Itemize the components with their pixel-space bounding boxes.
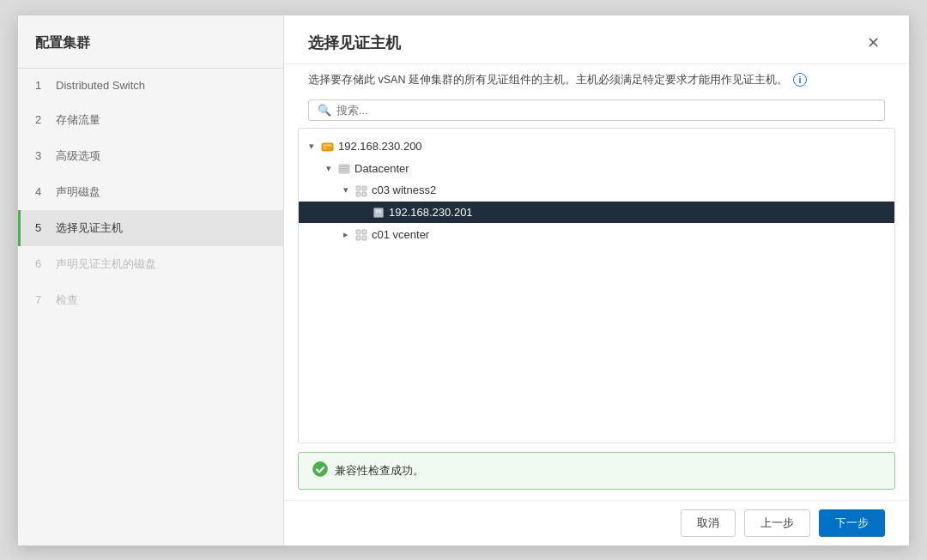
svg-rect-8 bbox=[362, 186, 367, 190]
datacenter-label: Datacenter bbox=[354, 162, 409, 175]
close-button[interactable]: ✕ bbox=[862, 33, 885, 52]
svg-rect-4 bbox=[340, 166, 348, 168]
datacenter-icon bbox=[338, 162, 350, 176]
tree-node-vcenter[interactable]: ▾ 192.168.230.200 bbox=[299, 135, 894, 158]
description-text: 选择要存储此 vSAN 延伸集群的所有见证组件的主机。主机必须满足特定要求才能用… bbox=[308, 73, 788, 87]
success-icon bbox=[312, 461, 328, 480]
search-icon: 🔍 bbox=[318, 104, 331, 117]
svg-rect-0 bbox=[322, 143, 333, 151]
sidebar-item-3[interactable]: 3 高级选项 bbox=[18, 138, 283, 174]
cluster2-label: c01 vcenter bbox=[372, 228, 429, 241]
toggle-cluster2[interactable]: ▸ bbox=[340, 228, 352, 240]
toggle-cluster[interactable]: ▾ bbox=[340, 184, 352, 196]
cluster-label: c03 witness2 bbox=[372, 184, 436, 196]
tree-node-host1[interactable]: ▸ 192.168.230.201 bbox=[299, 202, 894, 224]
svg-rect-1 bbox=[324, 144, 332, 146]
dialog-overlay: 配置集群 1 Distributed Switch 2 存储流量 3 高级选项 … bbox=[0, 0, 927, 560]
search-wrapper: 🔍 bbox=[308, 99, 885, 121]
svg-rect-10 bbox=[362, 192, 367, 196]
search-row: 🔍 bbox=[284, 93, 909, 128]
search-input[interactable] bbox=[336, 104, 876, 117]
back-button[interactable]: 上一步 bbox=[744, 509, 810, 537]
footer: 取消 上一步 下一步 bbox=[284, 500, 909, 545]
info-icon[interactable]: i bbox=[793, 73, 807, 87]
dialog: 配置集群 1 Distributed Switch 2 存储流量 3 高级选项 … bbox=[17, 15, 910, 546]
main-content: 选择见证主机 ✕ 选择要存储此 vSAN 延伸集群的所有见证组件的主机。主机必须… bbox=[284, 15, 909, 545]
server-icon bbox=[321, 140, 334, 154]
svg-point-18 bbox=[313, 461, 328, 476]
svg-rect-17 bbox=[362, 236, 367, 240]
main-header: 选择见证主机 ✕ bbox=[284, 15, 909, 64]
toggle-datacenter[interactable]: ▾ bbox=[323, 162, 335, 174]
main-title: 选择见证主机 bbox=[308, 33, 401, 53]
svg-rect-7 bbox=[356, 186, 360, 190]
sidebar-item-7: 7 检查 bbox=[18, 282, 283, 318]
vcenter-label: 192.168.230.200 bbox=[338, 140, 422, 153]
host1-label: 192.168.230.201 bbox=[389, 206, 473, 219]
description-row: 选择要存储此 vSAN 延伸集群的所有见证组件的主机。主机必须满足特定要求才能用… bbox=[284, 64, 909, 93]
tree-node-cluster2[interactable]: ▸ c01 vcenter bbox=[299, 223, 894, 245]
sidebar-item-6: 6 声明见证主机的磁盘 bbox=[18, 246, 283, 282]
sidebar-title: 配置集群 bbox=[18, 15, 283, 69]
cluster2-icon bbox=[355, 227, 367, 241]
tree-area: ▾ 192.168.230.200 ▾ bbox=[298, 128, 895, 443]
sidebar: 配置集群 1 Distributed Switch 2 存储流量 3 高级选项 … bbox=[18, 15, 284, 545]
svg-rect-14 bbox=[356, 230, 360, 234]
cluster-icon bbox=[355, 184, 367, 197]
next-button[interactable]: 下一步 bbox=[819, 509, 885, 537]
svg-rect-5 bbox=[340, 168, 348, 170]
toggle-vcenter[interactable]: ▾ bbox=[306, 141, 318, 153]
svg-rect-9 bbox=[356, 192, 360, 196]
sidebar-item-2[interactable]: 2 存储流量 bbox=[18, 102, 283, 138]
sidebar-item-5[interactable]: 5 选择见证主机 bbox=[18, 210, 283, 246]
sidebar-item-4[interactable]: 4 声明磁盘 bbox=[18, 174, 283, 210]
host-icon bbox=[373, 206, 385, 220]
svg-rect-16 bbox=[356, 236, 360, 240]
svg-rect-2 bbox=[324, 148, 327, 149]
svg-rect-12 bbox=[375, 209, 382, 214]
success-text: 兼容性检查成功。 bbox=[335, 463, 424, 479]
success-bar: 兼容性检查成功。 bbox=[298, 452, 895, 490]
tree-node-cluster[interactable]: ▾ c03 witness2 bbox=[299, 179, 894, 202]
tree-node-datacenter[interactable]: ▾ Datacenter bbox=[299, 158, 894, 180]
sidebar-item-1[interactable]: 1 Distributed Switch bbox=[18, 69, 283, 102]
cancel-button[interactable]: 取消 bbox=[681, 509, 736, 537]
svg-rect-6 bbox=[340, 171, 348, 172]
svg-rect-13 bbox=[377, 215, 380, 216]
svg-rect-15 bbox=[362, 230, 367, 234]
